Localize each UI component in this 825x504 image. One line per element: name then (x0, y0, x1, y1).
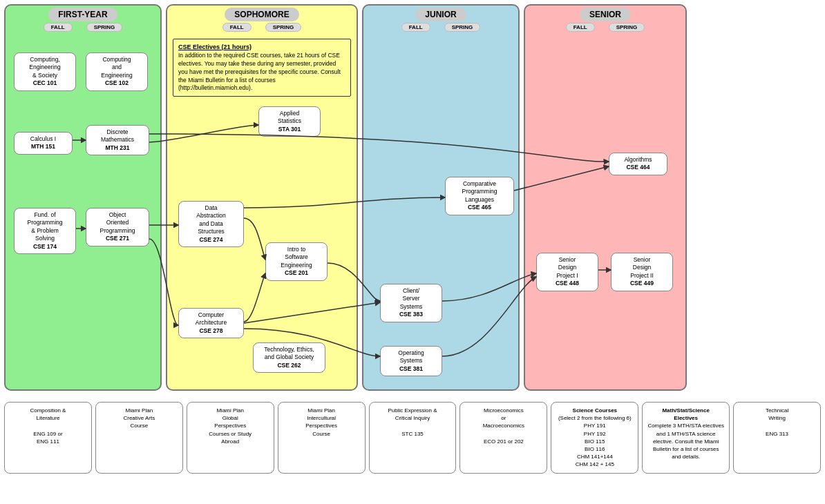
diagram-area: FIRST-YEAR FALL SPRING SOPHOMORE FALL SP… (4, 4, 821, 399)
sta301-box: AppliedStatisticsSTA 301 (258, 106, 321, 137)
cse271-box: ObjectOrientedProgrammingCSE 271 (86, 208, 149, 246)
cse102-box: ComputingandEngineeringCSE 102 (86, 52, 148, 91)
cse383-box: Client/ServerSystemsCSE 383 (380, 284, 442, 322)
cse448-box: SeniorDesignProject ICSE 448 (536, 253, 598, 291)
mth231-box: DiscreteMathematicsMTH 231 (86, 125, 149, 155)
first-year-title: FIRST-YEAR (10, 10, 156, 19)
senior-spring: SPRING (609, 23, 645, 32)
cse274-box: DataAbstractionand DataStructuresCSE 274 (178, 201, 244, 247)
cse449-box: SeniorDesignProject IICSE 449 (611, 253, 673, 291)
electives-notice: CSE Electives (21 hours) In addition to … (173, 39, 351, 97)
microecon-box: Microeconomics or Macroeconomics ECO 201… (459, 402, 547, 474)
cec101-box: Computing,Engineering& SocietyCEC 101 (14, 52, 76, 91)
comp-lit-box: Composition & Literature ENG 109 or ENG … (4, 402, 92, 474)
senior-title: SENIOR (529, 10, 681, 19)
senior-fall: FALL (566, 23, 595, 32)
cse278-box: ComputerArchitectureCSE 278 (178, 308, 244, 338)
soph-fall: FALL (222, 23, 252, 32)
senior-semesters: FALL SPRING (529, 23, 681, 32)
miami-global-box: Miami Plan Global Perspectives Courses o… (187, 402, 274, 474)
first-year-semesters: FALL SPRING (10, 23, 156, 32)
sophomore-semesters: FALL SPRING (171, 23, 352, 32)
tech-writing-box: TechnicalWriting ENG 313 (733, 402, 821, 474)
bottom-strip: Composition & Literature ENG 109 or ENG … (4, 402, 821, 474)
math-elec-box: Math/Stat/Science Electives Complete 3 M… (642, 402, 730, 474)
cse262-box: Technology, Ethics,and Global SocietyCSE… (253, 342, 325, 373)
junior-fall: FALL (401, 23, 430, 32)
cse465-box: ComparativeProgrammingLanguagesCSE 465 (445, 177, 514, 215)
cse464-box: AlgorithmsCSE 464 (609, 153, 667, 175)
cse201-box: Intro toSoftwareEngineeringCSE 201 (265, 242, 328, 281)
cse174-box: Fund. ofProgramming& ProblemSolvingCSE 1… (14, 208, 76, 254)
junior-semesters: FALL SPRING (368, 23, 514, 32)
science-box: Science Courses (Select 2 from the follo… (551, 402, 638, 474)
cse381-box: OperatingSystemsCSE 381 (380, 346, 442, 376)
mth151-box: Calculus IMTH 151 (14, 132, 73, 155)
junior-title: JUNIOR (368, 10, 514, 19)
public-exp-box: Public Expression & Critical Inquiry STC… (369, 402, 457, 474)
sophomore-title: SOPHOMORE (171, 10, 352, 19)
page-wrapper: FIRST-YEAR FALL SPRING SOPHOMORE FALL SP… (0, 0, 825, 478)
first-year-spring: SPRING (86, 23, 123, 32)
soph-spring: SPRING (265, 23, 302, 32)
senior-column: SENIOR FALL SPRING (524, 4, 687, 391)
miami-creative-box: Miami Plan Creative Arts Course (95, 402, 183, 474)
miami-intercultural-box: Miami Plan Intercultural Perspectives Co… (278, 402, 366, 474)
first-year-fall: FALL (44, 23, 73, 32)
junior-spring: SPRING (444, 23, 481, 32)
